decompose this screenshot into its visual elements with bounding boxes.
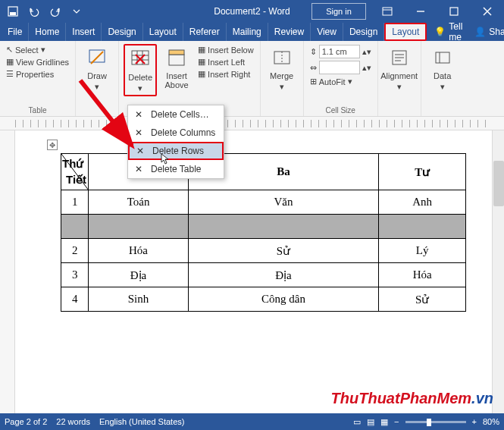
table-cell[interactable]: 3	[61, 263, 89, 287]
col-width-input[interactable]: ⇔▴▾	[308, 60, 373, 75]
share-button[interactable]: 👤Share	[468, 23, 504, 41]
insert-left-button[interactable]: ▦Insert Left	[196, 56, 255, 67]
table-cell[interactable]	[61, 215, 89, 239]
document-page[interactable]: ✥ Thứ Tiết Hai Ba Tư 1 Toán Văn Anh	[15, 130, 504, 413]
table-cell[interactable]	[188, 215, 379, 239]
minimize-button[interactable]	[404, 0, 437, 23]
document-table[interactable]: Thứ Tiết Hai Ba Tư 1 Toán Văn Anh	[61, 153, 466, 312]
zoom-out-button[interactable]: −	[394, 417, 399, 426]
insert-right-button[interactable]: ▦Insert Right	[196, 68, 255, 80]
insert-left-icon: ▦	[198, 57, 205, 67]
tab-insert[interactable]: Insert	[66, 23, 102, 41]
scrollbar-thumb[interactable]	[493, 161, 504, 206]
qat-dropdown[interactable]	[67, 2, 86, 21]
tab-review[interactable]: Review	[268, 23, 311, 41]
table-row-selected[interactable]	[61, 215, 466, 239]
insert-below-icon: ▦	[198, 45, 205, 55]
view-print-layout[interactable]: ▤	[367, 417, 374, 427]
table-cell[interactable]: Hóa	[379, 263, 466, 287]
zoom-slider[interactable]	[405, 421, 466, 423]
table-row[interactable]: 1 Toán Văn Anh	[61, 190, 466, 215]
table-cell[interactable]: Văn	[188, 190, 379, 215]
table-row[interactable]: 4 Sinh Công dân Sử	[61, 287, 466, 312]
zoom-level[interactable]: 80%	[483, 417, 499, 426]
table-cell[interactable]: Toán	[89, 190, 188, 215]
select-button[interactable]: ↖Select ▾	[5, 44, 70, 55]
table-cell[interactable]: 4	[61, 287, 89, 312]
table-cell[interactable]: Sử	[379, 287, 466, 312]
window-buttons: Sign in	[311, 0, 504, 23]
table-cell[interactable]: Sinh	[89, 287, 188, 312]
merge-button[interactable]: Merge▾	[265, 44, 299, 92]
undo-button[interactable]	[24, 2, 44, 21]
table-cell[interactable]	[89, 215, 188, 239]
table-cell[interactable]: Tư	[379, 154, 466, 190]
tab-tabletools-design[interactable]: Design	[343, 23, 384, 41]
menu-delete-columns[interactable]: ✕Delete Columns	[128, 124, 224, 142]
view-web-layout[interactable]: ▦	[380, 417, 388, 427]
menu-delete-cells[interactable]: ✕Delete Cells…	[128, 105, 224, 124]
maximize-button[interactable]	[437, 0, 471, 23]
signin-button[interactable]: Sign in	[311, 3, 366, 20]
watermark: ThuThuatPhanMem.vn	[331, 390, 493, 407]
delete-button[interactable]: Delete▾	[124, 44, 157, 96]
menu-delete-table[interactable]: ✕Delete Table	[128, 160, 224, 178]
tab-references[interactable]: Referer	[183, 23, 227, 41]
table-cell[interactable]: Địa	[188, 263, 379, 287]
close-button[interactable]	[471, 0, 504, 23]
table-cell[interactable]	[379, 215, 466, 239]
table-cell[interactable]: Sử	[188, 239, 379, 263]
status-words[interactable]: 22 words	[56, 417, 90, 426]
ribbon-display-options[interactable]	[371, 0, 404, 23]
tab-layout[interactable]: Layout	[143, 23, 183, 41]
menu-delete-rows[interactable]: ✕Delete Rows	[128, 142, 224, 160]
cursor-icon: ↖	[6, 45, 13, 55]
properties-button[interactable]: ☰Properties	[5, 68, 70, 80]
tab-home[interactable]: Home	[29, 23, 66, 41]
zoom-in-button[interactable]: +	[472, 417, 477, 426]
tab-design[interactable]: Design	[102, 23, 142, 41]
share-icon: 👤	[474, 27, 486, 37]
gridlines-icon: ▦	[6, 57, 14, 67]
delete-cells-icon: ✕	[133, 108, 145, 121]
draw-button[interactable]: Draw▾	[80, 44, 114, 92]
table-row[interactable]: 3 Địa Địa Hóa	[61, 263, 466, 287]
status-language[interactable]: English (United States)	[99, 417, 185, 426]
horizontal-ruler[interactable]	[0, 117, 504, 130]
header-diagonal-cell[interactable]: Thứ Tiết	[61, 154, 89, 190]
table-cell[interactable]: Lý	[379, 239, 466, 263]
spinner-icon[interactable]: ▴▾	[362, 47, 371, 57]
table-move-handle[interactable]: ✥	[47, 140, 58, 150]
view-gridlines-button[interactable]: ▦View Gridlines	[5, 56, 70, 67]
row-height-input[interactable]: ⇕1.1 cm▴▾	[308, 44, 373, 59]
delete-menu: ✕Delete Cells… ✕Delete Columns ✕Delete R…	[127, 105, 224, 179]
tab-tabletools-layout[interactable]: Layout	[384, 23, 427, 41]
vertical-scrollbar[interactable]	[492, 130, 504, 413]
tell-me[interactable]: 💡Tell me	[427, 23, 468, 41]
table-cell[interactable]: 1	[61, 190, 89, 215]
insert-above-button[interactable]: Insert Above	[160, 44, 193, 89]
insert-below-button[interactable]: ▦Insert Below	[196, 44, 255, 55]
tab-mailings[interactable]: Mailing	[227, 23, 268, 41]
status-page[interactable]: Page 2 of 2	[5, 417, 47, 426]
alignment-button[interactable]: Alignment▾	[383, 44, 416, 92]
table-cell[interactable]: Anh	[379, 190, 466, 215]
table-cell[interactable]: 2	[61, 239, 89, 263]
table-cell[interactable]: Địa	[89, 263, 188, 287]
insert-right-icon: ▦	[198, 69, 205, 79]
table-cell[interactable]: Hóa	[89, 239, 188, 263]
table-row[interactable]: Thứ Tiết Hai Ba Tư	[61, 154, 466, 190]
redo-button[interactable]	[45, 2, 65, 21]
vertical-ruler[interactable]	[0, 130, 15, 413]
autofit-button[interactable]: ⊞AutoFit ▾	[308, 76, 373, 87]
titlebar: Document2 - Word Sign in	[0, 0, 504, 23]
tab-file[interactable]: File	[0, 23, 29, 41]
group-alignment: Alignment▾	[378, 41, 421, 116]
view-read-mode[interactable]: ▭	[353, 417, 361, 427]
table-cell[interactable]: Công dân	[188, 287, 379, 312]
data-button[interactable]: Data▾	[426, 44, 459, 92]
table-row[interactable]: 2 Hóa Sử Lý	[61, 239, 466, 263]
spinner-icon[interactable]: ▴▾	[362, 63, 371, 73]
save-button[interactable]	[3, 2, 23, 21]
tab-view[interactable]: View	[311, 23, 343, 41]
